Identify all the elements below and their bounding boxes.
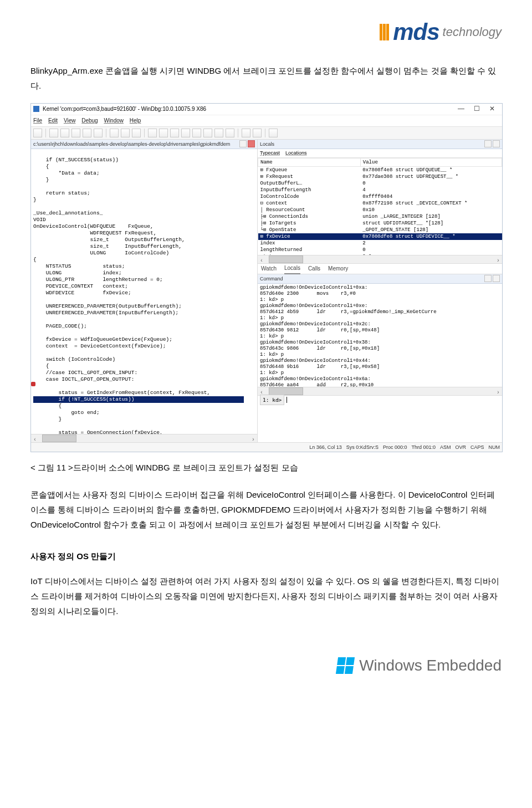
table-row[interactable]: ├⊞ IoTargetsstruct UDFIOTARGET__ *[128] xyxy=(258,220,502,227)
toolbar-button[interactable] xyxy=(83,129,91,137)
maximize-button[interactable]: ☐ xyxy=(469,103,484,115)
minimize-button[interactable]: — xyxy=(453,103,469,115)
tab-calls[interactable]: Calls xyxy=(308,264,320,274)
svg-rect-0 xyxy=(380,24,382,40)
table-row[interactable]: IoControlCode0xffff0404 xyxy=(258,193,502,200)
pane-dropdown-icon[interactable] xyxy=(484,140,492,147)
table-row[interactable]: ⊞ FxQueue0x7808f4e8 struct UDFQUEUE__ * xyxy=(258,166,502,173)
toolbar-button[interactable] xyxy=(242,129,250,137)
toolbar-button[interactable] xyxy=(49,129,58,137)
titlebar: Kernel 'com:port=com3,baud=921600' - Win… xyxy=(31,104,502,115)
toolbar-button[interactable] xyxy=(214,129,223,137)
toolbar-button[interactable] xyxy=(121,129,130,137)
pane-close-icon[interactable] xyxy=(493,140,500,147)
toolbar-button[interactable] xyxy=(60,129,69,137)
svg-rect-1 xyxy=(383,24,386,40)
locals-header: Locals xyxy=(258,140,502,149)
toolbar-button[interactable] xyxy=(33,129,42,137)
statusbar: Ln 366, Col 13 Sys 0:KdSrv:S Proc 000:0 … xyxy=(31,442,502,452)
menu-view[interactable]: View xyxy=(64,117,76,124)
table-row[interactable]: │ ResourceCount0x10 xyxy=(258,207,502,213)
windbg-window: Kernel 'com:port=com3,baud=921600' - Win… xyxy=(30,103,503,452)
technology-text: technology xyxy=(443,21,502,43)
table-row[interactable]: ⊞ fxDevice0x7808dfe8 struct UDFDEVICE__ … xyxy=(258,233,502,240)
tabs: Watch Locals Calls Memory xyxy=(258,263,502,274)
toolbar-button[interactable] xyxy=(181,129,190,137)
svg-rect-2 xyxy=(386,24,389,40)
locals-subheader: Typecast Locations xyxy=(258,149,502,158)
menu-help[interactable]: Help xyxy=(130,117,141,124)
toolbar-button[interactable] xyxy=(71,129,80,137)
command-header: Command xyxy=(258,274,502,284)
menu-edit[interactable]: Edit xyxy=(48,117,58,124)
menu-debug[interactable]: Debug xyxy=(81,117,98,124)
toolbar-button[interactable] xyxy=(159,129,168,137)
menu-window[interactable]: Window xyxy=(104,117,124,124)
toolbar-button[interactable] xyxy=(132,129,141,137)
toolbar-button[interactable] xyxy=(170,129,179,137)
tab-watch[interactable]: Watch xyxy=(261,264,277,274)
scrollbar-horizontal[interactable]: ‹› xyxy=(31,434,257,442)
windows-flag-icon xyxy=(336,657,355,674)
col-name[interactable]: Name xyxy=(258,158,361,166)
locals-title: Locals xyxy=(260,140,274,149)
table-row[interactable]: └⊞ OpenState_GPOT_OPEN_STATE [128] xyxy=(258,227,502,233)
window-title: Kernel 'com:port=com3,baud=921600' - Win… xyxy=(43,104,453,114)
toolbar xyxy=(31,126,502,140)
source-pane: c:\users\rjhch\downloads\samples-develop… xyxy=(31,140,258,442)
table-row[interactable]: ⊟ context0x87f72198 struct _DEVICE_CONTE… xyxy=(258,200,502,207)
table-row[interactable]: index2 xyxy=(258,240,502,247)
menu-file[interactable]: File xyxy=(33,117,42,124)
col-value[interactable]: Value xyxy=(360,158,502,166)
tab-locals[interactable]: Locals xyxy=(284,263,300,274)
footer-logo: Windows Embedded xyxy=(30,652,502,679)
table-row[interactable]: lengthReturned0 xyxy=(258,247,502,253)
table-row[interactable]: OutputBufferL…0 xyxy=(258,180,502,187)
pane-close-icon[interactable] xyxy=(248,140,255,147)
command-output[interactable]: gpiokmdfdemo!OnDeviceIoControl1+0xa: 857… xyxy=(258,284,502,387)
toolbar-button[interactable] xyxy=(94,129,103,137)
table-row[interactable]: ├⊞ ConnectionIdsunion _LARGE_INTEGER [12… xyxy=(258,213,502,220)
breakpoint-icon[interactable] xyxy=(31,382,35,386)
mds-stripe-icon xyxy=(380,21,390,43)
toolbar-button[interactable] xyxy=(192,129,201,137)
section-paragraph: IoT 디바이스에서는 디바이스 설정 관련하여 여러 가지 사용자 정의 설정… xyxy=(30,574,502,618)
toolbar-button[interactable] xyxy=(110,129,119,137)
toolbar-button[interactable] xyxy=(203,129,212,137)
windows-embedded-text: Windows Embedded xyxy=(359,652,502,679)
source-path: c:\users\rjhch\downloads\samples-develop… xyxy=(33,140,230,149)
body-paragraph: 콘솔앱에서는 사용자 정의 디바이스 드라이버 접근을 위해 DeviceIoC… xyxy=(30,487,502,532)
header-logo: mds technology xyxy=(30,11,502,53)
menubar: File Edit View Debug Window Help xyxy=(31,115,502,126)
section-heading: 사용자 정의 OS 만들기 xyxy=(30,549,502,564)
pane-dropdown-icon[interactable] xyxy=(239,140,247,147)
locals-scroll[interactable]: ‹› xyxy=(258,255,502,263)
intro-paragraph: BlinkyApp_Arm.exe 콘솔앱을 실행 시키면 WINDBG 에서 … xyxy=(30,63,502,93)
highlighted-line: if (!NT_SUCCESS(status)) xyxy=(33,396,244,403)
mds-text: mds xyxy=(393,11,439,53)
command-title: Command xyxy=(260,274,283,283)
app-icon xyxy=(33,106,39,112)
close-button[interactable]: ✕ xyxy=(484,103,500,115)
toolbar-button[interactable] xyxy=(253,129,262,137)
toolbar-button[interactable] xyxy=(148,129,157,137)
table-row[interactable]: InputBufferLength4 xyxy=(258,187,502,193)
command-prompt[interactable]: 1: kd> xyxy=(258,395,502,405)
toolbar-button[interactable] xyxy=(226,129,234,137)
pane-close-icon[interactable] xyxy=(493,275,500,282)
table-row[interactable]: ⊞ FxRequest0x77dae308 struct UDFREQUEST_… xyxy=(258,173,502,180)
pane-dropdown-icon[interactable] xyxy=(484,275,492,282)
locals-grid[interactable]: Name Value ⊞ FxQueue0x7808f4e8 struct UD… xyxy=(258,158,502,255)
command-scroll[interactable]: ‹› xyxy=(258,387,502,395)
table-row[interactable]: status0n0 xyxy=(258,253,502,255)
tab-memory[interactable]: Memory xyxy=(328,264,348,274)
source-code[interactable]: if (NT_SUCCESS(status)) { *Data = data; … xyxy=(31,149,257,434)
figure-caption: < 그림 11 >드라이버 소스에 WINDBG 로 브레이크 포인트가 설정된… xyxy=(30,460,502,475)
toolbar-button[interactable] xyxy=(269,129,278,137)
